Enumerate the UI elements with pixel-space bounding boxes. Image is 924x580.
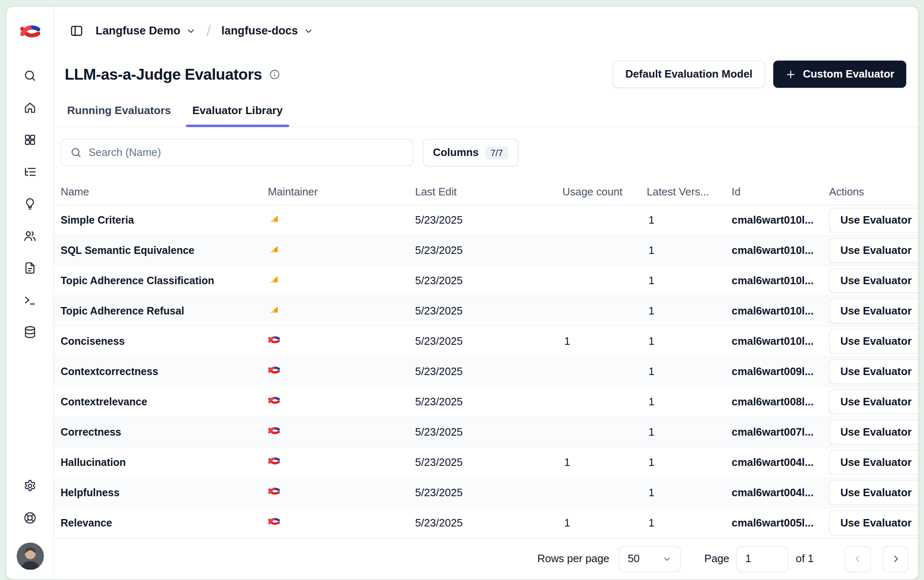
maintainer-cell [268, 485, 415, 500]
actions-cell: Use Evaluator [829, 390, 918, 414]
columns-button[interactable]: Columns 7/7 [423, 139, 518, 166]
langfuse-maintainer-icon [268, 515, 280, 528]
sidebar-item-search[interactable] [18, 63, 42, 87]
langfuse-logo-icon [268, 424, 280, 437]
actions-cell: Use Evaluator [829, 420, 918, 445]
header-name: Name [61, 186, 268, 198]
columns-label: Columns [433, 146, 479, 159]
table-row[interactable]: Contextrelevance 5/23/2025 1 cmal6wart00… [54, 387, 918, 417]
evaluator-id-cell: cmal6wart010l... [732, 335, 829, 348]
use-evaluator-button[interactable]: Use Evaluator [829, 450, 918, 475]
rows-per-page-value: 50 [628, 553, 640, 565]
langfuse-logo[interactable] [19, 21, 41, 42]
gear-icon [23, 479, 37, 492]
tab-evaluator-library[interactable]: Evaluator Library [190, 97, 285, 127]
table-row[interactable]: Hallucination 5/23/2025 1 1 cmal6wart004… [54, 448, 918, 478]
evaluator-id-cell: cmal6wart008l... [732, 396, 829, 408]
latest-version-cell: 1 [647, 335, 732, 348]
latest-version-cell: 1 [647, 426, 732, 439]
use-evaluator-button[interactable]: Use Evaluator [829, 480, 918, 505]
sidebar-item-support[interactable] [18, 506, 42, 529]
table-row[interactable]: Correctness 5/23/2025 1 cmal6wart007l...… [54, 417, 918, 448]
sidebar-item-datasets[interactable] [18, 320, 42, 344]
maintainer-cell [268, 334, 415, 349]
table-row[interactable]: Contextcorrectness 5/23/2025 1 cmal6wart… [54, 357, 918, 387]
sidebar-toggle-button[interactable] [66, 20, 88, 42]
breadcrumb-separator: / [204, 22, 213, 40]
table-row[interactable]: Helpfulness 5/23/2025 1 cmal6wart004l...… [54, 478, 918, 508]
langfuse-logo-icon [19, 21, 41, 42]
last-edit-cell: 5/23/2025 [415, 214, 562, 227]
page-title: LLM-as-a-Judge Evaluators [65, 65, 262, 83]
header-usage-count: Usage count [562, 186, 647, 198]
tab-running-evaluators[interactable]: Running Evaluators [65, 97, 173, 127]
page-info-button[interactable] [269, 68, 280, 80]
evaluator-name: Contextrelevance [61, 396, 268, 408]
sidebar-item-evaluation[interactable] [18, 192, 42, 215]
actions-cell: Use Evaluator [829, 238, 918, 263]
sidebar-item-users[interactable] [18, 224, 42, 247]
org-switcher[interactable]: Langfuse Demo [91, 21, 200, 41]
sidebar-item-dashboards[interactable] [18, 128, 42, 151]
rows-per-page-select[interactable]: 50 [619, 546, 681, 572]
page-header: LLM-as-a-Judge Evaluators Default Evalua… [54, 55, 918, 93]
sidebar-item-home[interactable] [18, 95, 42, 119]
ragas-maintainer-icon [268, 243, 280, 255]
evaluator-id-cell: cmal6wart007l... [732, 426, 829, 439]
ragas-logo-icon [268, 273, 280, 285]
table-row[interactable]: SQL Semantic Equivalence 5/23/2025 1 cma… [54, 236, 918, 266]
usage-count-cell: 1 [562, 517, 647, 529]
use-evaluator-button[interactable]: Use Evaluator [829, 420, 918, 445]
sidebar-item-tracing[interactable] [18, 160, 42, 183]
use-evaluator-button[interactable]: Use Evaluator [829, 268, 918, 293]
project-switcher[interactable]: langfuse-docs [217, 21, 318, 41]
langfuse-maintainer-icon [268, 424, 280, 437]
evaluator-name: Relevance [61, 517, 268, 529]
main-content: Langfuse Demo / langfuse-docs LLM-as-a-J… [54, 7, 918, 580]
langfuse-maintainer-icon [268, 334, 280, 346]
table-row[interactable]: Topic Adherence Classification 5/23/2025… [54, 266, 918, 296]
next-page-button[interactable] [882, 546, 909, 572]
user-avatar[interactable] [16, 543, 44, 570]
page-number-input[interactable] [736, 546, 789, 572]
evaluator-id-cell: cmal6wart005l... [732, 517, 829, 529]
use-evaluator-button[interactable]: Use Evaluator [829, 299, 918, 324]
logo-area [19, 7, 41, 56]
table-row[interactable]: Relevance 5/23/2025 1 1 cmal6wart005l...… [54, 508, 918, 538]
actions-cell: Use Evaluator [829, 359, 918, 384]
evaluator-id-cell: cmal6wart010l... [732, 305, 829, 317]
use-evaluator-button[interactable]: Use Evaluator [829, 510, 918, 535]
use-evaluator-button[interactable]: Use Evaluator [829, 238, 918, 263]
latest-version-cell: 1 [647, 214, 732, 227]
latest-version-cell: 1 [647, 456, 732, 468]
use-evaluator-button[interactable]: Use Evaluator [829, 208, 918, 233]
evaluator-name: Contextcorrectness [61, 366, 268, 378]
langfuse-maintainer-icon [268, 485, 280, 497]
use-evaluator-button[interactable]: Use Evaluator [829, 390, 918, 414]
table-row[interactable]: Topic Adherence Refusal 5/23/2025 1 cmal… [54, 296, 918, 327]
use-evaluator-button[interactable]: Use Evaluator [829, 359, 918, 384]
evaluator-name: Correctness [61, 426, 268, 439]
table-body: Simple Criteria 5/23/2025 1 cmal6wart010… [54, 205, 918, 538]
search-input[interactable] [88, 146, 404, 159]
evaluator-id-cell: cmal6wart009l... [732, 366, 829, 378]
sidebar-item-settings[interactable] [18, 474, 42, 497]
maintainer-cell [268, 273, 415, 288]
maintainer-cell [268, 424, 415, 440]
last-edit-cell: 5/23/2025 [415, 396, 562, 408]
table-row[interactable]: Simple Criteria 5/23/2025 1 cmal6wart010… [54, 205, 918, 236]
use-evaluator-button[interactable]: Use Evaluator [829, 329, 918, 354]
default-evaluation-model-button[interactable]: Default Evaluation Model [613, 61, 765, 88]
evaluator-id-cell: cmal6wart010l... [732, 214, 829, 227]
table-row[interactable]: Conciseness 5/23/2025 1 1 cmal6wart010l.… [54, 327, 918, 357]
previous-page-button[interactable] [844, 546, 870, 572]
custom-evaluator-button[interactable]: Custom Evaluator [773, 61, 907, 88]
maintainer-cell [268, 364, 415, 379]
actions-cell: Use Evaluator [829, 510, 918, 535]
screen: Langfuse Demo / langfuse-docs LLM-as-a-J… [0, 0, 924, 580]
actions-cell: Use Evaluator [829, 268, 918, 293]
sidebar-item-playground[interactable] [18, 288, 42, 312]
pagination-footer: Rows per page 50 Page of 1 [54, 538, 918, 579]
sidebar-item-prompts[interactable] [18, 256, 42, 280]
dashboard-grid-icon [23, 133, 37, 146]
